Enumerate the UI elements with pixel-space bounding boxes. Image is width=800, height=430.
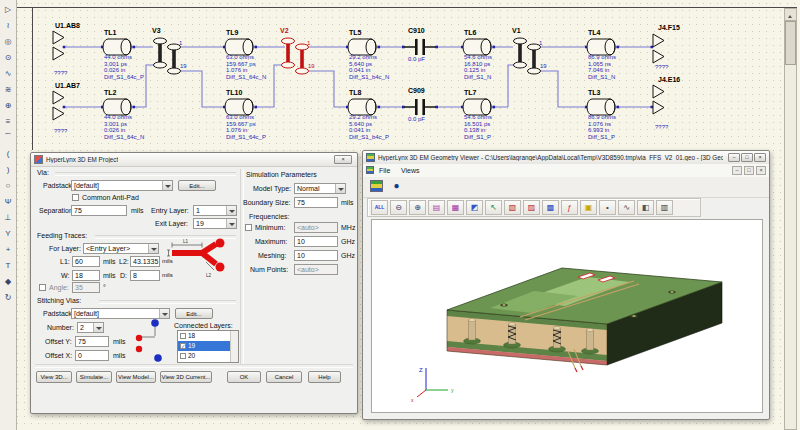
layer-20-checkbox[interactable] [180,353,186,359]
stackup-tool-icon[interactable]: ≡ [1,114,16,130]
child-restore-icon[interactable]: □ [744,166,754,175]
via-symbol-v1[interactable]: V1 1 19 [512,27,547,74]
port-u1ab7[interactable]: U1.AB7 ???? [53,82,80,134]
offset-x-field[interactable]: 0 [75,350,109,361]
net-tool-icon[interactable]: ≀ [1,18,16,34]
wye-tool-icon[interactable]: Y [1,226,16,242]
minimize-icon[interactable]: – [728,153,740,162]
cancel-button[interactable]: Cancel [266,371,302,383]
arc-tool-icon[interactable]: ⌒ [1,130,16,146]
tl-symbol-tl5[interactable]: TL5 29.2 ohms 5.640 ps 0.041 in Diff_S1_… [346,29,389,80]
zoom-out-icon[interactable]: ⊖ [390,200,407,215]
snapshot-icon[interactable]: ◧ [637,200,654,215]
add-part-tool-icon[interactable]: ⊕ [1,98,16,114]
orbit-sphere-icon[interactable]: ● [390,179,403,192]
tl-symbol-tl2[interactable]: TL2 44.0 ohms 3.001 ps 0.026 in Diff_S1_… [101,89,144,140]
view-model-button[interactable]: View Model... [116,371,156,383]
dialog-titlebar[interactable]: HyperLynx 3D EM Project × [31,153,357,167]
cap-symbol-c909[interactable]: C909 0.0 pF [402,87,438,122]
tl-symbol-tl7[interactable]: TL7 54.6 ohms 16.501 ps 0.138 in Diff_S1… [461,89,495,140]
text-tool-icon[interactable]: T [1,258,16,274]
d-field[interactable]: 8 [130,270,160,281]
tl-symbol-tl3[interactable]: TL3 86.9 ohms 1.076 ns 6.993 in Diff_S1_… [585,89,619,140]
list-scrollbar[interactable] [230,331,238,362]
tl-symbol-tl4[interactable]: TL4 86.9 ohms 1.065 ns 7.046 in Diff_S1_… [585,29,619,80]
shaded-display-icon[interactable]: ◩ [466,200,483,215]
num-points-field[interactable]: <auto> [294,264,338,275]
angle-field[interactable]: 35 [72,282,100,293]
pick-arrow-icon[interactable]: ↖ [485,200,502,215]
minimum-checkbox[interactable] [245,224,252,231]
tl-symbol-tl9[interactable]: TL9 63.0 ohms 159.667 ps 1.076 in Diff_S… [223,29,266,80]
exit-layer-select[interactable]: 19 [193,218,237,229]
menu-views[interactable]: Views [401,167,420,174]
minimum-field[interactable]: <auto> [294,222,338,233]
viewer-titlebar[interactable]: HyperLynx 3D EM Geometry Viewer - C:\Use… [363,151,769,165]
for-layer-select[interactable]: <Entry Layer> [83,243,159,254]
connected-layers-list[interactable]: 18 ✓ 19 20 [177,330,239,363]
antenna-tool-icon[interactable]: Ψ [1,194,16,210]
stitch-edit-button[interactable]: Edit... [175,308,213,319]
tl-symbol-tl8[interactable]: TL8 29.2 ohms 5.640 ps 0.041 in Diff_S1_… [346,89,389,140]
padstack-select[interactable]: [default] [71,180,173,191]
mesh-display-1-icon[interactable]: ▧ [504,200,521,215]
zoom-in-icon[interactable]: ⊕ [409,200,426,215]
tl-symbol-tl6[interactable]: TL6 54.6 ohms 16.810 ps 0.125 in Diff_S1… [461,29,495,80]
port-display-icon[interactable]: ▣ [580,200,597,215]
simulate-button[interactable]: Simulate... [76,371,112,383]
restore-icon[interactable]: □ [741,153,753,162]
scroll-thumb[interactable] [785,21,796,65]
angle-checkbox[interactable] [39,284,46,291]
circle-tool-icon[interactable]: ○ [1,178,16,194]
meshing-field[interactable]: 10 [294,250,338,261]
coupled-line-tool-icon[interactable]: ≋ [1,82,16,98]
offset-y-field[interactable]: 75 [75,336,109,347]
w-field[interactable]: 18 [72,270,100,281]
tl-symbol-tl10[interactable]: TL10 63.0 ohms 159.667 ps 1.076 in Diff_… [223,89,266,140]
port-j4e16[interactable]: J4.E16 ???? [653,76,680,130]
separation-field[interactable]: 75 [71,205,127,216]
crosshair-tool-icon[interactable]: + [1,242,16,258]
ok-button[interactable]: OK [227,371,261,383]
layer-row-18[interactable]: 18 [178,331,238,341]
layer-stack-icon[interactable] [370,180,383,192]
via-symbol-v3[interactable]: V3 1 19 [152,27,187,74]
mesh-display-3-icon[interactable]: ▩ [542,200,559,215]
field-monitor-icon[interactable]: ∿ [618,200,635,215]
boundary-field[interactable]: 75 [294,197,338,208]
help-button[interactable]: Help [308,371,341,383]
menu-file[interactable]: File [379,167,390,174]
entry-layer-select[interactable]: 1 [193,205,237,216]
child-minimize-icon[interactable]: – [732,166,742,175]
via-symbol-v2-selected[interactable]: V2 1 19 [280,27,315,74]
l1-field[interactable]: 60 [72,256,100,267]
probe-tool-icon[interactable]: ◎ [1,34,16,50]
port-u1ab8[interactable]: U1.AB8 ???? [53,22,80,76]
solid-display-icon[interactable]: ▦ [447,200,464,215]
port-j4f15[interactable]: J4.F15 ???? [653,24,680,70]
model-type-select[interactable]: Normal [294,183,346,194]
layer-row-19-selected[interactable]: ✓ 19 [178,341,238,351]
3d-viewport[interactable]: Z y x [371,219,763,413]
layer-18-checkbox[interactable] [180,333,186,339]
maximum-field[interactable]: 10 [294,236,338,247]
cap-symbol-c910[interactable]: C910 0.0 pF [402,27,438,62]
rotate-tool-icon[interactable]: ↻ [1,290,16,306]
number-select[interactable]: 2 [77,322,104,333]
padstack-edit-button[interactable]: Edit... [178,180,216,191]
mesh-display-2-icon[interactable]: ▨ [523,200,540,215]
tl-symbol-tl1[interactable]: TL1 44.0 ohms 3.001 ps 0.026 in Diff_S1_… [101,29,144,80]
view-3d-current-button[interactable]: View 3D Current... [160,371,212,383]
layer-colors-icon[interactable]: ▤ [428,200,445,215]
source-tool-icon[interactable]: ∿ [1,66,16,82]
save-view-icon[interactable]: ▥ [656,200,673,215]
l2-field[interactable]: 43.1335 [130,256,160,267]
scroll-up-icon[interactable] [785,9,796,21]
diamond-tool-icon[interactable]: ◆ [1,274,16,290]
view-3d-button[interactable]: View 3D... [36,371,72,383]
schematic-canvas[interactable]: U1.AB8 ???? U1.AB7 ???? J4.F15 ???? J4.E… [0,0,800,150]
open-paren-tool-icon[interactable]: ( [1,146,16,162]
layer-19-checkbox[interactable]: ✓ [180,343,186,349]
point-probe-icon[interactable]: • [599,200,616,215]
schematic-vscrollbar[interactable] [784,8,797,430]
